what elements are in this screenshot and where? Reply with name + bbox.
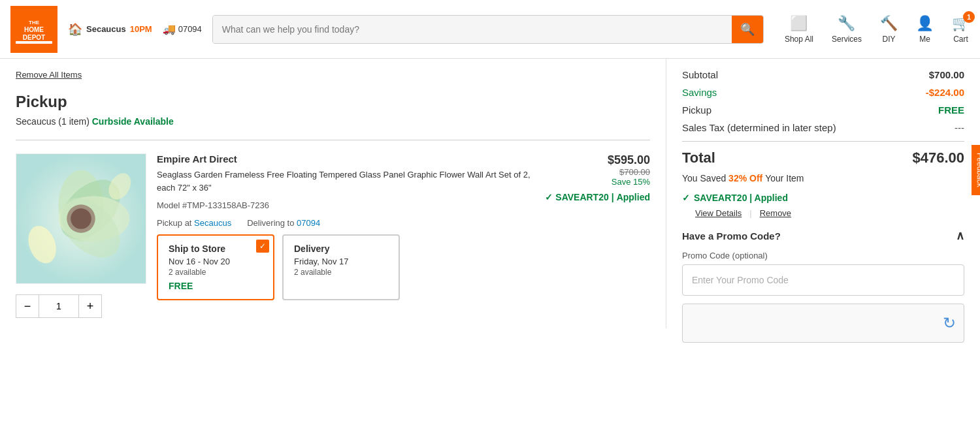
total-value: $476.00: [912, 149, 964, 166]
promo-code-section: Have a Promo Code? ∧ Promo Code (optiona…: [682, 228, 964, 343]
savings-value: -$224.00: [926, 87, 964, 98]
promo-action-links: View Details | Remove: [682, 208, 964, 218]
saved-percentage: 32% Off: [728, 173, 765, 183]
pickup-location-link[interactable]: Secaucus: [194, 218, 231, 228]
option-delivery-date: Friday, Nov 17: [294, 257, 388, 266]
summary-divider: [682, 141, 964, 142]
applied-check-icon: ✓: [682, 193, 690, 203]
captcha-area: ↻: [682, 304, 964, 343]
search-button[interactable]: 🔍: [732, 16, 763, 43]
right-sidebar: Subtotal $700.00 Savings -$224.00 Pickup…: [666, 59, 980, 353]
search-bar: 🔍: [212, 15, 764, 44]
saved-suffix: Your Item: [765, 173, 804, 183]
logo[interactable]: THE HOME DEPOT: [10, 6, 57, 53]
current-price: $595.00: [545, 153, 650, 167]
captcha-icon: ↻: [943, 314, 956, 332]
product-model: Model #TMP-133158AB-7236: [157, 200, 534, 210]
promo-code-input[interactable]: [682, 264, 964, 296]
promo-code-label: Promo Code (optional): [682, 251, 964, 260]
product-image-placeholder: [16, 154, 146, 283]
subtotal-label: Subtotal: [682, 69, 718, 80]
svg-text:DEPOT: DEPOT: [23, 34, 45, 41]
option-ship-date: Nov 16 - Nov 20: [169, 257, 263, 266]
cart-label: Cart: [953, 35, 968, 44]
pickup-label: Pickup: [682, 104, 711, 116]
savings-row: Savings -$224.00: [682, 87, 964, 98]
quantity-decrease-button[interactable]: −: [16, 294, 39, 318]
product-details: Empire Art Direct Seaglass Garden Framel…: [157, 153, 534, 300]
quantity-row: − +: [16, 294, 146, 318]
quantity-input[interactable]: [39, 294, 78, 318]
option-cards: Ship to Store Nov 16 - Nov 20 2 availabl…: [157, 234, 534, 300]
remove-promo-link[interactable]: Remove: [760, 208, 791, 218]
nav-services[interactable]: 🔧 Services: [832, 15, 862, 44]
pickup-at-label: Pickup at Secaucus: [157, 218, 231, 228]
pipe-separator: |: [612, 192, 614, 202]
svg-point-11: [71, 208, 91, 229]
total-row: Total $476.00: [682, 149, 964, 166]
delivery-block[interactable]: 🚚 07094: [163, 23, 202, 35]
promo-code-text: SAVEART20: [555, 192, 608, 202]
svg-text:THE: THE: [29, 20, 40, 25]
option-ship-title: Ship to Store: [169, 244, 263, 254]
search-icon: 🔍: [740, 22, 755, 37]
services-icon: 🔧: [838, 15, 855, 32]
option-card-delivery[interactable]: Delivery Friday, Nov 17 2 available: [282, 234, 400, 300]
person-icon: 👤: [916, 15, 934, 32]
store-name: Secaucus: [86, 24, 126, 34]
nav-cart[interactable]: 🛒 1 Cart: [952, 15, 970, 44]
product-description: Seaglass Garden Frameless Free Floating …: [157, 168, 534, 194]
applied-status: Applied: [617, 192, 650, 202]
services-label: Services: [832, 35, 862, 44]
location-block[interactable]: 🏠 Secaucus 10PM: [68, 22, 152, 37]
saved-note: You Saved 32% Off Your Item: [682, 173, 964, 183]
applied-promo-row: ✓ SAVEART20 | Applied: [682, 193, 964, 203]
price-block: $595.00 $700.00 Save 15% ✓ SAVEART20 | A…: [545, 153, 650, 202]
promo-applied-badge: ✓ SAVEART20 | Applied: [545, 192, 650, 202]
nav-shop-all[interactable]: ⬜ Shop All: [785, 15, 813, 44]
save-percentage: Save 15%: [545, 177, 650, 187]
left-content: Remove All Items Pickup Secaucus (1 item…: [0, 59, 666, 328]
product-left: − +: [16, 153, 146, 318]
shop-all-label: Shop All: [785, 35, 813, 44]
promo-toggle[interactable]: Have a Promo Code? ∧: [682, 228, 964, 243]
store-time: 10PM: [130, 24, 152, 34]
curbside-label: Curbside Available: [92, 116, 174, 127]
subtotal-row: Subtotal $700.00: [682, 69, 964, 80]
option-delivery-title: Delivery: [294, 244, 388, 254]
view-details-link[interactable]: View Details: [695, 208, 742, 218]
diy-label: DIY: [882, 35, 895, 44]
quantity-increase-button[interactable]: +: [78, 294, 102, 318]
product-image: [16, 153, 146, 284]
svg-text:HOME: HOME: [24, 26, 44, 33]
zip-code: 07094: [178, 24, 202, 34]
pickup-value: FREE: [938, 104, 964, 116]
subtotal-value: $700.00: [929, 69, 964, 80]
pickup-location-text: Secaucus (1 item): [16, 116, 92, 127]
remove-all-link[interactable]: Remove All Items: [16, 70, 82, 80]
search-input[interactable]: [213, 16, 732, 43]
delivery-zip-link[interactable]: 07094: [297, 218, 320, 228]
tax-label: Sales Tax (determined in later step): [682, 122, 836, 133]
applied-promo-text: SAVEART20 | Applied: [694, 193, 788, 203]
product-row: − + Empire Art Direct Seaglass Garden Fr…: [16, 153, 650, 318]
me-label: Me: [919, 35, 930, 44]
option-card-ship-to-store[interactable]: Ship to Store Nov 16 - Nov 20 2 availabl…: [157, 234, 274, 300]
delivering-to-label: Delivering to 07094: [247, 218, 320, 228]
saved-prefix: You Saved: [682, 173, 728, 183]
feedback-tab[interactable]: Feedback: [972, 145, 980, 195]
feedback-label: Feedback: [975, 153, 980, 187]
option-delivery-avail: 2 available: [294, 268, 388, 277]
original-price: $700.00: [545, 167, 650, 177]
pickup-subtitle: Secaucus (1 item) Curbside Available: [16, 116, 650, 127]
check-icon: ✓: [545, 192, 553, 202]
total-label: Total: [682, 149, 715, 166]
truck-icon: 🚚: [163, 23, 176, 35]
nav-me[interactable]: 👤 Me: [916, 15, 934, 44]
option-ship-price: FREE: [169, 281, 263, 291]
chevron-up-icon: ∧: [956, 228, 964, 243]
promo-toggle-label: Have a Promo Code?: [682, 230, 781, 242]
main-layout: Remove All Items Pickup Secaucus (1 item…: [0, 59, 980, 440]
nav-diy[interactable]: 🔨 DIY: [880, 15, 898, 44]
tax-row: Sales Tax (determined in later step) ---: [682, 122, 964, 133]
